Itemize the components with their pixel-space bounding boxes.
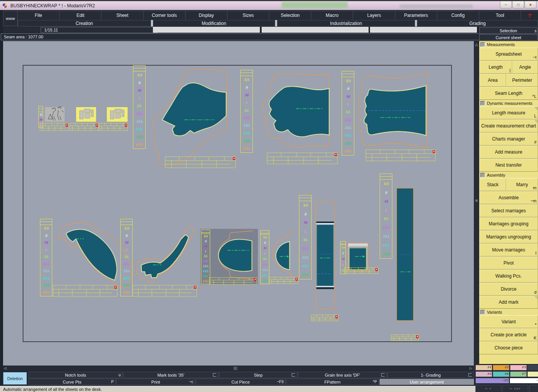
size-bar[interactable]: XSSMLXL2XL3XL4XL5XL6XL bbox=[133, 65, 146, 149]
angle-button[interactable]: Angle bbox=[512, 61, 538, 74]
pattern-piece-collar[interactable] bbox=[137, 227, 194, 282]
current-sheet-button[interactable]: Current sheet bbox=[479, 34, 538, 41]
horizontal-scrollbar[interactable]: ◁ ||| ▷ bbox=[3, 366, 474, 371]
vertical-scrollbar[interactable]: △ ≡ bbox=[474, 41, 479, 366]
user-arrangement-button[interactable]: User arrangement bbox=[379, 379, 474, 385]
variant-button[interactable]: Variant* bbox=[479, 315, 538, 328]
pattern-piece-bodice[interactable] bbox=[358, 73, 427, 148]
deletion-button[interactable]: Deletion bbox=[3, 372, 27, 385]
fpattern-button[interactable]: FPattern^P bbox=[286, 379, 379, 385]
print-button[interactable]: Print~c bbox=[116, 379, 195, 385]
maximize-button[interactable]: □ bbox=[512, 1, 524, 8]
grading-table[interactable] bbox=[391, 335, 419, 341]
menu-sheet[interactable]: Sheet bbox=[101, 11, 143, 20]
palette-f8[interactable]: F8 bbox=[527, 371, 538, 377]
palette-f4[interactable]: F4 bbox=[527, 365, 538, 370]
palette-f1[interactable]: ~F1 bbox=[475, 378, 509, 384]
menu-edit[interactable]: Edit bbox=[60, 11, 101, 20]
size-bar[interactable]: XSSMLXL bbox=[340, 241, 346, 274]
mark-tools-35-button[interactable]: Mark tools '35' bbox=[123, 372, 219, 378]
pattern-piece-front[interactable] bbox=[262, 74, 329, 147]
palette-f2[interactable]: F2 bbox=[493, 365, 510, 370]
pattern-piece-half[interactable] bbox=[273, 230, 291, 277]
size-bar[interactable]: XSSMLXL2XL3XL4XL5XL6XL bbox=[120, 219, 133, 296]
menu-file[interactable]: File bbox=[18, 11, 60, 20]
pattern-piece-band[interactable] bbox=[316, 202, 334, 309]
seam-length-button[interactable]: Seam Length^L bbox=[479, 87, 538, 100]
add-measure-button[interactable]: Add measure bbox=[479, 146, 538, 159]
menu-sizes[interactable]: Sizes bbox=[227, 11, 269, 20]
create-pce-article-button[interactable]: Create pce articleK bbox=[479, 328, 538, 341]
section-checkbox-icon[interactable] bbox=[480, 42, 485, 47]
grading-table[interactable] bbox=[269, 277, 298, 284]
grading-table[interactable] bbox=[165, 157, 236, 168]
title-bar[interactable]: BUSBYHINECKWRAP * ! - ModarisV7R2 − □ × bbox=[0, 1, 538, 10]
create-measurement-chart-button[interactable]: Create measurement chart bbox=[479, 119, 538, 132]
1-grading-button[interactable]: 1- Grading bbox=[387, 372, 474, 378]
pivot-button[interactable]: Pivot bbox=[479, 256, 538, 270]
nav-button[interactable]: − ‹=› bbox=[502, 385, 528, 392]
palette-f6[interactable]: F6 bbox=[493, 371, 510, 377]
selection-header-button[interactable]: Selection s bbox=[479, 27, 538, 34]
pattern-desk[interactable]: SML XSSMLXL2XL3XL4XL5XL6XL XSSMLXL2XL3XL… bbox=[3, 41, 474, 366]
menu-parameters[interactable]: Parameters bbox=[395, 11, 437, 20]
grading-table[interactable] bbox=[40, 123, 68, 131]
area-button[interactable]: Area bbox=[479, 74, 506, 87]
palette-f5[interactable]: F5 bbox=[475, 371, 492, 377]
size-bar[interactable]: XSSMLXL2XL3XL4XL5XL bbox=[380, 174, 392, 259]
walking-pcs-button[interactable]: Walking Pcs. bbox=[479, 270, 538, 283]
size-bar[interactable]: XSSMLXL2XL3XL4XL5XL6XL bbox=[201, 230, 210, 284]
pattern-piece-long-band[interactable] bbox=[397, 188, 413, 321]
marriages-grouping-button[interactable]: Marriages grouping bbox=[479, 217, 538, 230]
palette-f1[interactable]: F1 bbox=[475, 365, 492, 370]
field-bar[interactable] bbox=[262, 27, 369, 33]
menu-layers[interactable]: Layers bbox=[353, 11, 395, 20]
divorce-button[interactable]: Divorced bbox=[479, 283, 538, 296]
palette-f2[interactable]: ~F2 bbox=[510, 378, 538, 384]
nav-button[interactable]: − bbox=[529, 385, 538, 392]
variant-flat-thumbnail[interactable] bbox=[107, 107, 128, 122]
minimize-button[interactable]: − bbox=[500, 1, 512, 8]
pattern-piece-square[interactable] bbox=[348, 243, 368, 271]
field-bar[interactable] bbox=[153, 27, 260, 33]
grading-table[interactable] bbox=[70, 123, 98, 131]
section-checkbox-icon[interactable] bbox=[480, 101, 485, 106]
assemble-button[interactable]: Assemble~m bbox=[479, 191, 538, 204]
charts-manager-button[interactable]: Charts manager# bbox=[479, 132, 538, 146]
grading-table[interactable] bbox=[366, 150, 435, 161]
section-checkbox-icon[interactable] bbox=[480, 310, 485, 314]
marry-button[interactable]: Marrym bbox=[506, 178, 538, 191]
size-bar[interactable]: XSSMLXL2XL3XL4XL5XL6XL bbox=[342, 71, 354, 155]
curve-pts-button[interactable]: Curve PtsP bbox=[28, 379, 116, 385]
variant-flat-thumbnail[interactable] bbox=[76, 107, 96, 122]
grading-table[interactable] bbox=[99, 123, 128, 131]
marriages-ungrouping-button[interactable]: Marriages ungrouping bbox=[479, 230, 538, 243]
nest-transfer-button[interactable]: Nest transfer bbox=[479, 159, 538, 172]
stack-button[interactable]: Stack bbox=[479, 178, 506, 191]
menu-selection[interactable]: Selection bbox=[269, 11, 311, 20]
size-bar[interactable]: XSSMLXL2XL3XL4XL5XL6XL bbox=[40, 219, 52, 296]
variant-sketch-thumbnail[interactable] bbox=[45, 107, 65, 122]
menu-config[interactable]: Config bbox=[437, 11, 479, 20]
scroll-up-icon[interactable]: △ bbox=[474, 42, 479, 47]
horizontal-scroll-grip[interactable]: ||| bbox=[234, 366, 237, 371]
grading-table[interactable] bbox=[267, 153, 337, 164]
help-menu[interactable]: ? bbox=[521, 11, 538, 20]
scroll-right-icon[interactable]: ▷ bbox=[470, 366, 472, 371]
notch-tools-button[interactable]: Notch toolsu bbox=[28, 372, 123, 378]
pattern-piece-back[interactable] bbox=[153, 69, 227, 165]
tab-grading[interactable]: Grading bbox=[417, 20, 538, 26]
perimeter-button[interactable]: Perimeter bbox=[506, 74, 538, 87]
menu-corner-tools[interactable]: Corner tools bbox=[144, 11, 186, 20]
scroll-left-icon[interactable]: ◁ bbox=[4, 366, 7, 371]
size-bar[interactable]: XSSMLXL2XL3XL4XL5XL6XL bbox=[240, 70, 253, 153]
size-bar[interactable]: XSSMLXL2XL3XL4XL5XL bbox=[260, 230, 269, 284]
step-button[interactable]: Step bbox=[219, 372, 297, 378]
length-measure-button[interactable]: Length measureL bbox=[479, 106, 538, 119]
palette-f7[interactable]: F7 bbox=[510, 371, 527, 377]
grain-line-axis-df-button[interactable]: Grain line axis 'DF' bbox=[298, 372, 387, 378]
move-marriages-button[interactable]: Move marriagesI bbox=[479, 243, 538, 256]
menu-macro[interactable]: Macro bbox=[311, 11, 353, 20]
select-marriages-button[interactable]: Select marriages bbox=[479, 204, 538, 217]
close-button[interactable]: × bbox=[525, 1, 536, 8]
